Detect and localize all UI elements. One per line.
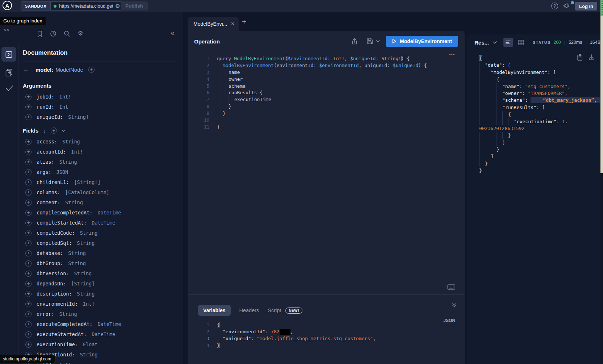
field-type[interactable]: Int! xyxy=(59,94,71,100)
announcements-icon[interactable] xyxy=(563,2,571,9)
chevron-down-icon[interactable] xyxy=(62,129,66,132)
add-to-query-icon[interactable]: + xyxy=(25,169,32,175)
download-response-icon[interactable] xyxy=(589,54,595,61)
field-row[interactable]: +alias:String xyxy=(23,157,183,167)
tab-close-icon[interactable]: × xyxy=(231,21,234,27)
endpoint-url[interactable]: https://metadata.cloud.get xyxy=(59,3,113,9)
field-type[interactable]: String xyxy=(68,250,86,256)
field-row[interactable]: +args:JSON xyxy=(23,167,183,177)
save-chevron-icon[interactable] xyxy=(376,40,380,43)
field-row[interactable]: +compileStartedAt:DateTime xyxy=(23,218,183,228)
field-row[interactable]: +dbtGroup:String xyxy=(23,258,183,268)
field-type[interactable]: [String] xyxy=(71,281,95,286)
collapse-variables-icon[interactable] xyxy=(452,303,457,307)
field-type[interactable]: Float xyxy=(83,342,98,347)
tab-variables[interactable]: Variables xyxy=(198,305,231,316)
field-type[interactable]: DateTime xyxy=(92,220,115,226)
copy-response-icon[interactable] xyxy=(577,54,583,61)
field-type[interactable]: Int! xyxy=(59,362,71,364)
graph-index-icon[interactable] xyxy=(4,26,10,32)
field-row[interactable]: +columns:[CatalogColumn] xyxy=(23,187,183,197)
tab-script[interactable]: Script xyxy=(268,307,281,313)
field-row[interactable]: +access:String xyxy=(23,137,183,147)
field-row[interactable]: +dbtVersion:String xyxy=(23,268,183,279)
add-to-query-icon[interactable]: + xyxy=(25,260,32,267)
field-type[interactable]: String xyxy=(74,271,92,276)
add-to-query-icon[interactable]: + xyxy=(25,321,32,327)
add-to-query-icon[interactable]: + xyxy=(25,240,32,246)
field-type[interactable]: String xyxy=(77,291,95,297)
response-title[interactable]: Res... xyxy=(474,39,489,46)
response-chevron-icon[interactable] xyxy=(493,41,497,44)
field-row[interactable]: +executeStartedAt:DateTime xyxy=(23,329,183,339)
field-type[interactable]: String xyxy=(59,159,77,165)
add-to-query-icon[interactable]: + xyxy=(25,331,32,338)
field-row[interactable]: +database:String xyxy=(23,248,183,258)
back-arrow-icon[interactable]: ← xyxy=(23,66,29,73)
field-row[interactable]: +environmentId:Int! xyxy=(23,299,183,309)
field-row[interactable]: +accountId:Int! xyxy=(23,147,183,157)
field-type[interactable]: String xyxy=(59,311,77,317)
response-json-view[interactable]: {"data": {"modelByEnvironment": [{"name"… xyxy=(467,50,600,174)
field-row[interactable]: +compileCompletedAt:DateTime xyxy=(23,208,183,218)
field-type[interactable]: [String!] xyxy=(74,179,100,185)
field-type[interactable]: String xyxy=(68,260,86,266)
editor-menu-icon[interactable]: ••• xyxy=(449,53,455,57)
add-to-query-icon[interactable]: + xyxy=(25,189,32,196)
save-icon[interactable] xyxy=(367,38,373,45)
field-row[interactable]: +childrenL1:[String!] xyxy=(23,177,183,187)
query-editor[interactable]: 1query ModelByEnvironment($environmentId… xyxy=(188,52,465,131)
field-type[interactable]: DateTime xyxy=(97,321,121,327)
field-type[interactable]: JSON xyxy=(56,169,68,175)
tab-modelbyenvironment[interactable]: ModelByEnvi... × xyxy=(188,17,239,31)
add-to-query-icon[interactable]: + xyxy=(25,271,32,277)
field-row[interactable]: +error:String xyxy=(23,309,183,319)
field-row[interactable]: +comment:String xyxy=(23,197,183,208)
add-to-query-icon[interactable]: + xyxy=(25,159,32,165)
add-to-query-icon[interactable]: + xyxy=(25,281,32,287)
add-to-query-icon[interactable]: + xyxy=(25,94,32,100)
add-to-query-icon[interactable]: + xyxy=(25,104,32,110)
keyboard-shortcuts-icon[interactable] xyxy=(447,284,455,290)
add-to-query-icon[interactable]: + xyxy=(25,114,32,120)
add-to-query-icon[interactable]: + xyxy=(25,311,32,317)
field-row[interactable]: +executeCompletedAt:DateTime xyxy=(23,319,183,329)
login-button[interactable]: Log in xyxy=(575,2,597,11)
add-field-icon[interactable]: + xyxy=(88,67,95,73)
sidebar-item-checks[interactable] xyxy=(5,84,14,92)
sidebar-item-explorer[interactable] xyxy=(1,47,16,62)
field-type[interactable]: [CatalogColumn] xyxy=(65,189,109,195)
field-row[interactable]: +compiledSql:String xyxy=(23,238,183,248)
argument-row[interactable]: +runId:Int xyxy=(23,102,183,112)
breadcrumb-type-link[interactable]: ModelNode xyxy=(55,67,83,73)
add-to-query-icon[interactable]: + xyxy=(25,179,32,185)
add-to-query-icon[interactable]: + xyxy=(25,210,32,216)
run-operation-button[interactable]: ModelByEnvironment xyxy=(386,36,458,47)
field-row[interactable]: +executionTime:Float xyxy=(23,339,183,350)
add-to-query-icon[interactable]: + xyxy=(25,220,32,226)
table-view-toggle[interactable] xyxy=(516,38,525,47)
history-icon[interactable] xyxy=(50,30,57,37)
add-to-query-icon[interactable]: + xyxy=(25,149,32,155)
add-to-query-icon[interactable]: + xyxy=(25,200,32,206)
add-to-query-icon[interactable]: + xyxy=(25,301,32,307)
argument-row[interactable]: +uniqueId:String! xyxy=(23,112,183,122)
field-type[interactable]: DateTime xyxy=(92,331,115,337)
field-type[interactable]: String xyxy=(62,139,80,145)
field-type[interactable]: DateTime xyxy=(97,210,121,216)
add-to-query-icon[interactable]: + xyxy=(25,342,32,348)
add-all-fields-icon[interactable]: + xyxy=(51,127,57,134)
add-to-query-icon[interactable]: + xyxy=(25,139,32,145)
field-type[interactable]: String! xyxy=(68,114,89,120)
search-icon[interactable] xyxy=(63,30,71,37)
publish-button[interactable]: Publish xyxy=(121,1,148,11)
endpoint-url-field[interactable]: https://metadata.cloud.get ⚙ xyxy=(51,2,123,10)
share-icon[interactable] xyxy=(351,38,358,45)
field-type[interactable]: Int! xyxy=(83,301,95,307)
collapse-sidebar-icon[interactable]: « xyxy=(171,29,175,37)
new-tab-icon[interactable]: + xyxy=(242,17,246,26)
field-row[interactable]: +compiledCode:String xyxy=(23,228,183,238)
field-type[interactable]: Int xyxy=(59,104,68,110)
sort-fields-icon[interactable]: ↓ xyxy=(43,127,46,134)
field-type[interactable]: String xyxy=(77,240,95,246)
